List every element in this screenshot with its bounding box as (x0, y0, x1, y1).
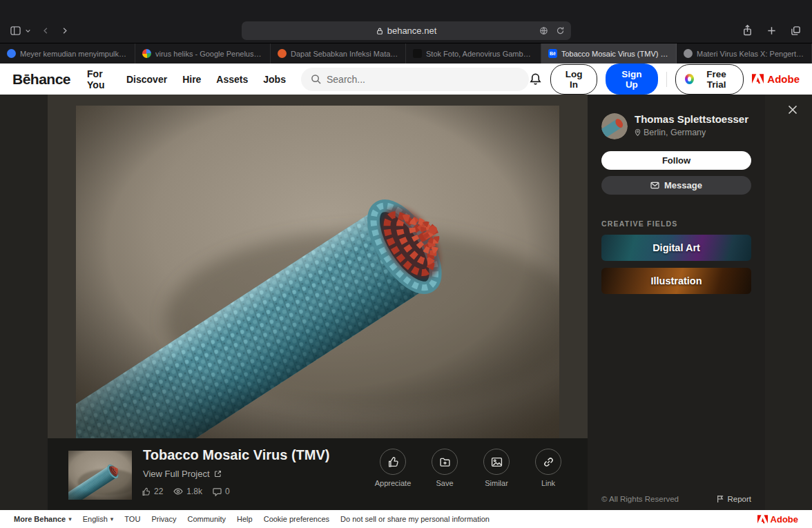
nav-item-assets[interactable]: Assets (216, 74, 248, 85)
view-full-project-link[interactable]: View Full Project (143, 469, 222, 479)
reload-icon[interactable] (556, 26, 565, 35)
caret-down-icon: ▾ (68, 516, 72, 522)
site-favicon-gray (684, 49, 693, 58)
tab-title: Stok Foto, Adenovirus Gambar B... (426, 50, 534, 58)
similar-label: Similar (485, 479, 508, 487)
footer-link-do-not-sell[interactable]: Do not sell or share my personal informa… (340, 515, 490, 523)
link-action[interactable]: Link (527, 449, 570, 487)
avatar[interactable] (601, 113, 628, 139)
project-overlay: Thomas Splettstoesser Berlin, Germany Fo… (0, 95, 812, 510)
nav-item-hire[interactable]: Hire (182, 74, 201, 85)
page-footer: More Behance ▾ English ▾ TOU Privacy Com… (0, 510, 812, 528)
comment-icon (213, 487, 222, 496)
chevron-down-icon[interactable] (25, 28, 31, 34)
comments-count: 0 (225, 487, 230, 496)
project-stats: 22 1.8k 0 (142, 487, 230, 496)
footer-link-tou[interactable]: TOU (124, 515, 140, 523)
image-icon[interactable] (483, 449, 510, 475)
log-in-button[interactable]: Log In (550, 64, 597, 95)
creative-field-illustration[interactable]: Illustration (601, 268, 751, 294)
creative-field-digital-art[interactable]: Digital Art (601, 235, 751, 261)
adobe-logo[interactable]: Adobe (752, 73, 800, 85)
more-behance-dropdown[interactable]: More Behance ▾ (14, 515, 72, 523)
project-viewer (48, 95, 588, 438)
external-link-icon (214, 470, 222, 478)
tab-title: virus heliks - Google Penelusuran (155, 50, 263, 58)
project-hero-image (76, 106, 559, 438)
tab-overview-icon[interactable] (791, 26, 801, 36)
browser-tab[interactable]: Stok Foto, Adenovirus Gambar B... (406, 43, 541, 63)
nav-item-for-you[interactable]: For You (87, 68, 111, 90)
adobe-logo[interactable]: Adobe (757, 514, 798, 525)
views-count: 1.8k (186, 487, 202, 496)
tab-bar: Meyer kemudian menyimpulkan... virus hel… (0, 43, 812, 63)
creative-cloud-icon (685, 74, 694, 84)
forward-arrow-icon[interactable] (61, 25, 68, 37)
browser-window: behance.net Mey (0, 0, 812, 528)
behance-header: Bēhance For You Discover Hire Assets Job… (0, 63, 812, 95)
language-label: English (83, 515, 108, 523)
profile-name[interactable]: Thomas Splettstoesser (635, 113, 748, 126)
thumbs-up-icon (142, 487, 151, 496)
tab-title: Materi Virus Kelas X: Pengertian,... (697, 50, 804, 58)
project-actions: Appreciate Save Similar (371, 449, 570, 487)
nav-item-discover[interactable]: Discover (126, 74, 167, 85)
footer-link-community[interactable]: Community (187, 515, 226, 523)
footer-link-cookie-preferences[interactable]: Cookie preferences (264, 515, 329, 523)
appreciations-count: 22 (154, 487, 163, 496)
main-nav: For You Discover Hire Assets Jobs (87, 68, 286, 90)
free-trial-button[interactable]: Free Trial (675, 64, 744, 95)
browser-tab[interactable]: Meyer kemudian menyimpulkan... (0, 43, 135, 63)
bell-icon[interactable] (529, 72, 542, 86)
browser-tab[interactable]: Materi Virus Kelas X: Pengertian,... (677, 43, 812, 63)
project-thumbnail[interactable] (68, 451, 132, 500)
translate-icon[interactable] (539, 26, 548, 35)
behance-logo[interactable]: Bēhance (12, 71, 70, 88)
report-link[interactable]: Report (717, 495, 751, 503)
footer-link-privacy[interactable]: Privacy (151, 515, 176, 523)
close-icon[interactable] (785, 102, 800, 117)
sign-up-button[interactable]: Sign Up (606, 63, 658, 95)
location-pin-icon (635, 128, 641, 137)
sidebar-panel-icon[interactable] (10, 26, 21, 36)
language-dropdown[interactable]: English ▾ (83, 515, 114, 523)
new-tab-icon[interactable] (766, 26, 777, 36)
footer-link-help[interactable]: Help (237, 515, 253, 523)
istock-favicon (413, 49, 422, 58)
flag-icon (717, 495, 724, 503)
site-favicon-red (278, 49, 287, 58)
save-label: Save (436, 479, 453, 487)
nav-item-jobs[interactable]: Jobs (263, 74, 286, 85)
search-input[interactable] (327, 74, 519, 85)
save-action[interactable]: Save (423, 449, 466, 487)
thumbs-up-icon[interactable] (380, 449, 406, 475)
search-bar[interactable] (301, 68, 529, 91)
browser-tab[interactable]: Dapat Sebabkan Infeksi Mata, Ini... (271, 43, 406, 63)
appreciate-action[interactable]: Appreciate (371, 449, 414, 487)
appreciations-stat: 22 (142, 487, 163, 496)
browser-tab[interactable]: virus heliks - Google Penelusuran (135, 43, 271, 63)
back-arrow-icon[interactable] (42, 25, 50, 37)
profile-sidebar: Thomas Splettstoesser Berlin, Germany Fo… (588, 95, 765, 510)
project-title: Tobacco Mosaic Virus (TMV) (143, 447, 329, 463)
link-label: Link (541, 479, 555, 487)
message-label: Message (664, 180, 702, 190)
share-icon[interactable] (742, 24, 753, 37)
address-bar[interactable]: behance.net (242, 21, 571, 40)
envelope-icon (650, 182, 659, 189)
follow-button[interactable]: Follow (601, 151, 751, 170)
message-button[interactable]: Message (601, 176, 751, 195)
chain-link-icon[interactable] (535, 449, 561, 475)
free-trial-label: Free Trial (699, 69, 735, 90)
divider (666, 72, 667, 87)
more-behance-label: More Behance (14, 515, 66, 523)
folder-plus-icon[interactable] (432, 449, 458, 475)
tab-title: Meyer kemudian menyimpulkan... (20, 50, 128, 58)
similar-action[interactable]: Similar (475, 449, 518, 487)
browser-tab-active[interactable]: Bē Tobacco Mosaic Virus (TMV) | Be... (541, 43, 677, 63)
views-stat: 1.8k (173, 487, 202, 496)
appreciate-label: Appreciate (375, 479, 412, 487)
adobe-wordmark: Adobe (771, 514, 798, 525)
google-favicon (142, 49, 151, 58)
tab-title: Tobacco Mosaic Virus (TMV) | Be... (561, 50, 669, 58)
